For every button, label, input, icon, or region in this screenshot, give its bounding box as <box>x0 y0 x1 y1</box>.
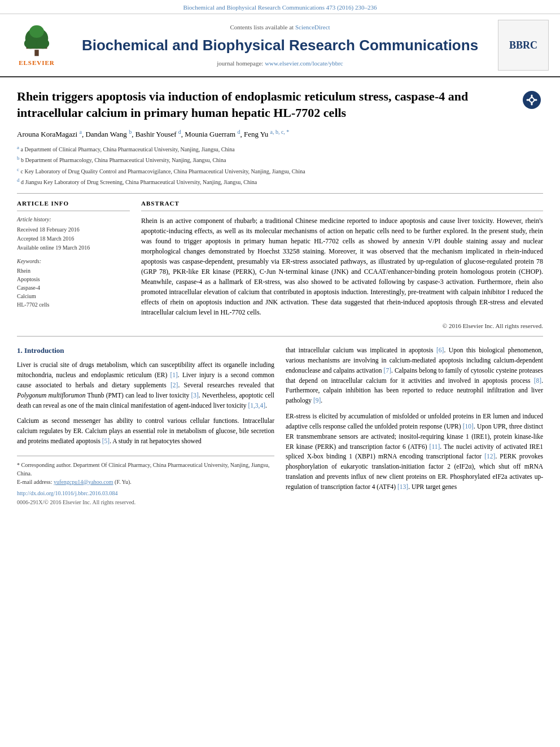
author-koramagazi: Arouna KoraMagazi <box>17 130 79 138</box>
body-left-p1: Liver is crucial site of drugs metabolis… <box>17 360 274 410</box>
issn-line: 0006-291X/© 2016 Elsevier Inc. All right… <box>17 499 274 506</box>
svg-point-5 <box>29 25 44 37</box>
abstract-header: ABSTRACT <box>141 199 543 211</box>
article-content: Rhein triggers apoptosis via induction o… <box>0 77 560 517</box>
elsevier-label: ELSEVIER <box>19 59 55 67</box>
article-info-abstract: Article info Article history: Received 1… <box>17 199 543 330</box>
journal-homepage: journal homepage: www.elsevier.com/locat… <box>73 59 487 68</box>
authors-line: Arouna KoraMagazi a, Dandan Wang b, Bash… <box>17 128 543 140</box>
available-date: Available online 19 March 2016 <box>17 244 130 252</box>
article-title: Rhein triggers apoptosis via induction o… <box>17 89 515 121</box>
article-title-section: Rhein triggers apoptosis via induction o… <box>17 89 543 121</box>
body-left-col: 1. Introduction Liver is crucial site of… <box>17 346 274 506</box>
affiliation-a: a a Department of Clinical Pharmacy, Chi… <box>17 144 543 154</box>
article-info-col: Article info Article history: Received 1… <box>17 199 130 330</box>
history-label: Article history: <box>17 216 130 224</box>
bbrc-logo: BBRC <box>498 20 549 71</box>
svg-point-3 <box>24 38 37 49</box>
body-right-p1: that intracellular calcium was implicate… <box>286 346 543 406</box>
footnote-section: * Corresponding author. Department Of Cl… <box>17 456 274 506</box>
svg-point-4 <box>37 38 49 49</box>
body-left-p2: Calcium as second messenger has ability … <box>17 416 274 446</box>
email-link[interactable]: yufengcpu14@yahoo.com <box>54 479 113 485</box>
keyword-hl7702: HL-7702 cells <box>17 301 130 309</box>
crossmark-icon <box>522 90 542 110</box>
banner-text: Biochemical and Biophysical Research Com… <box>183 4 377 11</box>
elsevier-logo: ELSEVIER <box>11 24 62 67</box>
footnote-email: E-mail address: yufengcpu14@yahoo.com (F… <box>17 478 274 486</box>
keywords-label: Keywords: <box>17 257 130 265</box>
body-content: 1. Introduction Liver is crucial site of… <box>17 346 543 506</box>
doi-link[interactable]: http://dx.doi.org/10.1016/j.bbrc.2016.03… <box>17 490 117 496</box>
elsevier-tree-icon <box>14 24 59 58</box>
keyword-caspase: Caspase-4 <box>17 284 130 292</box>
svg-point-8 <box>530 98 533 102</box>
sciencedirect-link[interactable]: ScienceDirect <box>295 24 330 30</box>
abstract-text: Rhein is an active component of rhubarb;… <box>141 216 543 317</box>
affiliations: a a Department of Clinical Pharmacy, Chi… <box>17 144 543 186</box>
body-right-col: that intracellular calcium was implicate… <box>286 346 543 506</box>
journal-banner: Biochemical and Biophysical Research Com… <box>0 0 560 14</box>
affiliation-b: b b Department of Pharmacology, China Ph… <box>17 155 543 164</box>
page: Biochemical and Biophysical Research Com… <box>0 0 560 747</box>
journal-title: Biochemical and Biophysical Research Com… <box>73 35 487 55</box>
crossmark <box>520 89 543 111</box>
abstract-col: ABSTRACT Rhein is an active component of… <box>141 199 543 330</box>
keyword-rhein: Rhein <box>17 267 130 275</box>
divider <box>17 193 543 194</box>
author-wang: Dandan Wang <box>85 130 129 138</box>
author-yousef: Bashir Yousef <box>135 130 178 138</box>
contents-link: Contents lists available at ScienceDirec… <box>73 23 487 32</box>
body-divider <box>17 336 543 337</box>
author-yu: Feng Yu <box>244 130 270 138</box>
author-guerram: Mounia Guerram <box>185 130 237 138</box>
copyright: © 2016 Elsevier Inc. All rights reserved… <box>141 322 543 330</box>
footnote-corresponding: * Corresponding author. Department Of Cl… <box>17 461 274 478</box>
intro-title: 1. Introduction <box>17 346 274 356</box>
homepage-link[interactable]: www.elsevier.com/locate/ybbrc <box>265 60 343 67</box>
header-center: Contents lists available at ScienceDirec… <box>62 23 498 68</box>
keyword-calcium: Calcium <box>17 292 130 300</box>
journal-header: ELSEVIER Contents lists available at Sci… <box>0 14 560 77</box>
svg-rect-0 <box>34 50 38 56</box>
article-info-header: Article info <box>17 199 130 211</box>
received-date: Received 18 February 2016 <box>17 226 130 234</box>
accepted-date: Accepted 18 March 2016 <box>17 235 130 243</box>
body-right-p2: ER-stress is elicited by accumulation of… <box>286 412 543 492</box>
affiliation-d: d d Jiangsu Key Laboratory of Drug Scree… <box>17 177 543 186</box>
affiliation-c: c c Key Laboratory of Drug Quality Contr… <box>17 166 543 176</box>
keyword-apoptosis: Apoptosis <box>17 276 130 283</box>
doi-line: http://dx.doi.org/10.1016/j.bbrc.2016.03… <box>17 490 274 497</box>
